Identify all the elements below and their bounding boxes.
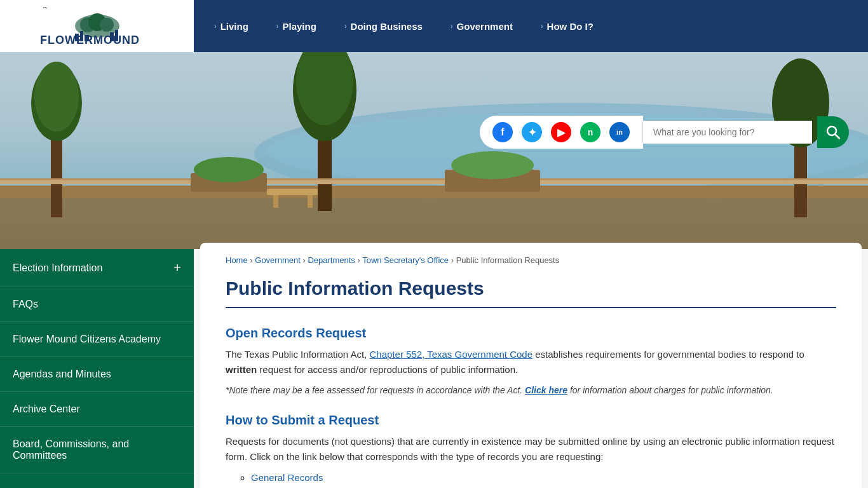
sidebar-label-flower-mound-citizens-academy: Flower Mound Citizens Academy [13,334,161,345]
logo-svg: THE TOWN OF FLOWERMOUND T E X A S [27,7,167,45]
logo-area: THE TOWN OF FLOWERMOUND T E X A S [0,0,194,52]
search-input[interactable] [653,127,806,137]
sidebar-label-board-commissions-committees: Board, Commissions, and Committees [13,438,181,461]
records-list-item-general: General Records [251,472,836,484]
open-records-text: The Texas Public Information Act, Chapte… [226,347,836,377]
svg-rect-33 [308,195,313,208]
svg-rect-31 [267,189,318,195]
sidebar-item-board-commissions-committees[interactable]: Board, Commissions, and Committees [0,427,194,473]
nav-label-living: Living [220,21,248,32]
facebook-icon[interactable]: f [492,122,513,142]
chapter-552-link[interactable]: Chapter 552, Texas Government Code [370,349,533,360]
sidebar-plus-election-information: + [173,261,181,275]
search-icon [826,125,840,139]
page-title: Public Information Requests [226,278,836,308]
svg-line-35 [836,135,840,139]
fee-note: *Note there may be a fee assessed for re… [226,385,836,395]
svg-rect-15 [0,192,868,249]
nav-label-doing-business: Doing Business [351,21,423,32]
search-bar-container: f ✦ ▶ n in [191,116,868,149]
sidebar-label-archive-center: Archive Center [13,403,80,415]
breadcrumb-current: Public Information Requests [456,255,560,265]
svg-point-4 [100,18,114,32]
main-layout: Election Information + FAQs Flower Mound… [0,249,868,488]
svg-rect-32 [273,195,278,208]
linkedin-icon[interactable]: in [609,122,630,142]
nav-label-government: Government [457,21,513,32]
main-nav: › Living › Playing › Doing Business › Go… [194,0,868,52]
nav-item-playing[interactable]: › Playing [262,0,330,52]
svg-point-30 [451,151,534,179]
nav-arrow-how-do-i: › [541,22,543,30]
hero-banner: f ✦ ▶ n in [0,52,868,249]
general-records-link[interactable]: General Records [251,472,323,483]
nav-item-living[interactable]: › Living [200,0,262,52]
svg-rect-16 [0,186,868,198]
youtube-icon[interactable]: ▶ [551,122,571,142]
how-to-submit-text: Requests for documents (not questions) t… [226,434,836,464]
sidebar-label-agendas-and-minutes: Agendas and Minutes [13,369,111,380]
breadcrumb: Home › Government › Departments › Town S… [226,255,836,265]
nav-item-government[interactable]: › Government [437,0,527,52]
section-open-records: Open Records Request The Texas Public In… [226,326,836,395]
breadcrumb-town-secretary[interactable]: Town Secretary's Office [362,255,449,265]
svg-text:THE TOWN OF: THE TOWN OF [42,7,71,10]
breadcrumb-home[interactable]: Home [226,255,248,265]
section-how-to-submit: How to Submit a Request Requests for doc… [226,413,836,484]
svg-point-19 [34,62,79,132]
nav-label-how-do-i: How Do I? [547,21,593,32]
content-area: Home › Government › Departments › Town S… [200,243,862,488]
sidebar-item-agendas-and-minutes[interactable]: Agendas and Minutes [0,357,194,392]
search-button[interactable] [817,116,849,148]
nav-arrow-doing-business: › [344,22,347,30]
sidebar-label-faqs: FAQs [13,299,38,310]
nav-arrow-playing: › [276,22,279,30]
breadcrumb-departments[interactable]: Departments [308,255,355,265]
sidebar-item-flower-mound-citizens-academy[interactable]: Flower Mound Citizens Academy [0,322,194,357]
twitter-icon[interactable]: ✦ [522,122,542,142]
svg-point-28 [194,157,264,182]
nav-arrow-living: › [214,22,217,30]
hero-illustration [0,52,868,249]
breadcrumb-government[interactable]: Government [255,255,301,265]
sidebar-item-election-information[interactable]: Election Information + [0,249,194,287]
sidebar: Election Information + FAQs Flower Mound… [0,249,194,488]
nextdoor-icon[interactable]: n [580,122,600,142]
click-here-link[interactable]: Click here [525,385,567,395]
open-records-heading: Open Records Request [226,326,836,341]
nav-label-playing: Playing [283,21,316,32]
how-to-submit-heading: How to Submit a Request [226,413,836,428]
nav-item-doing-business[interactable]: › Doing Business [330,0,437,52]
breadcrumb-separator-4: › [451,255,456,265]
search-input-container [643,121,812,144]
svg-text:T E X A S: T E X A S [73,44,112,45]
sidebar-label-election-information: Election Information [13,262,102,274]
social-icons-container: f ✦ ▶ n in [480,116,642,149]
nav-arrow-government: › [451,22,453,30]
sidebar-item-archive-center[interactable]: Archive Center [0,392,194,427]
nav-item-how-do-i[interactable]: › How Do I? [527,0,607,52]
records-list: General Records [251,472,836,484]
breadcrumb-separator-3: › [357,255,362,265]
sidebar-item-faqs[interactable]: FAQs [0,287,194,322]
svg-text:FLOWERMOUND: FLOWERMOUND [40,34,140,45]
